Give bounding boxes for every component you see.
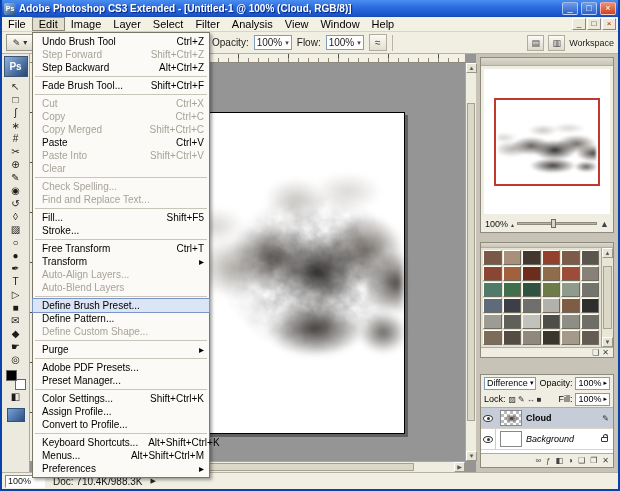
preset-swatch-9[interactable]	[542, 266, 561, 281]
slice-tool[interactable]: ✂	[4, 145, 28, 158]
edit-menu-item-define-brush-preset[interactable]: Define Brush Preset...	[33, 299, 209, 312]
preset-swatch-16[interactable]	[561, 282, 580, 297]
lasso-tool[interactable]: ʃ	[4, 106, 28, 119]
edit-menu-item-undo-brush-tool[interactable]: Undo Brush ToolCtrl+Z	[33, 35, 209, 48]
preset-swatch-11[interactable]	[581, 266, 600, 281]
scroll-down-icon[interactable]: ▼	[466, 451, 477, 461]
edit-menu-item-convert-to-profile[interactable]: Convert to Profile...	[33, 418, 209, 431]
preset-swatch-6[interactable]	[483, 266, 502, 281]
brush-tool[interactable]: ✎	[4, 171, 28, 184]
navigator-zoom-value[interactable]: 100%	[485, 219, 508, 229]
menu-filter[interactable]: Filter	[189, 17, 225, 31]
navigator-panel-header[interactable]	[481, 58, 613, 66]
preset-swatch-22[interactable]	[561, 298, 580, 313]
edit-menu-item-fade-brush-tool[interactable]: Fade Brush Tool...Shift+Ctrl+F	[33, 79, 209, 92]
presets-scrollbar[interactable]: ▲ ▼	[601, 248, 613, 347]
preset-swatch-34[interactable]	[561, 330, 580, 345]
preset-swatch-7[interactable]	[503, 266, 522, 281]
layer-mask-icon[interactable]: ◧	[556, 456, 564, 465]
opacity-input[interactable]: 100%▾	[254, 35, 292, 50]
zoom-in-icon[interactable]	[600, 219, 609, 229]
preset-swatch-30[interactable]	[483, 330, 502, 345]
preset-swatch-4[interactable]	[561, 250, 580, 265]
marquee-tool[interactable]: □	[4, 93, 28, 106]
edit-menu-item-purge[interactable]: Purge▸	[33, 343, 209, 356]
dodge-tool[interactable]: ●	[4, 249, 28, 262]
layers-fill-input[interactable]: 100%▸	[575, 393, 610, 406]
clone-stamp-tool[interactable]: ◉	[4, 184, 28, 197]
titlebar[interactable]: Ps Adobe Photoshop CS3 Extended - [Untit…	[2, 0, 618, 17]
move-tool[interactable]: ↖	[4, 80, 28, 93]
preset-swatch-5[interactable]	[581, 250, 600, 265]
edit-menu-item-paste[interactable]: PasteCtrl+V	[33, 136, 209, 149]
eye-icon[interactable]	[483, 436, 493, 443]
delete-preset-icon[interactable]: ✕	[602, 348, 609, 357]
visibility-cell[interactable]	[481, 429, 496, 449]
preset-swatch-2[interactable]	[522, 250, 541, 265]
preset-swatch-24[interactable]	[483, 314, 502, 329]
quick-selection-tool[interactable]: ∗	[4, 119, 28, 132]
airbrush-toggle[interactable]: ≈	[369, 34, 387, 51]
maximize-button[interactable]: □	[581, 2, 597, 15]
preset-swatch-10[interactable]	[561, 266, 580, 281]
preset-swatch-17[interactable]	[581, 282, 600, 297]
pen-tool[interactable]: ✒	[4, 262, 28, 275]
preset-swatch-25[interactable]	[503, 314, 522, 329]
preset-swatch-35[interactable]	[581, 330, 600, 345]
edit-menu-item-preset-manager[interactable]: Preset Manager...	[33, 374, 209, 387]
eraser-tool[interactable]: ◊	[4, 210, 28, 223]
preset-swatch-15[interactable]	[542, 282, 561, 297]
new-preset-icon[interactable]: ❑	[592, 348, 599, 357]
preset-swatch-20[interactable]	[522, 298, 541, 313]
flow-input[interactable]: 100%▾	[326, 35, 364, 50]
preset-swatch-8[interactable]	[522, 266, 541, 281]
healing-brush-tool[interactable]: ⊕	[4, 158, 28, 171]
preset-swatch-29[interactable]	[581, 314, 600, 329]
edit-menu-item-free-transform[interactable]: Free TransformCtrl+T	[33, 242, 209, 255]
color-widget[interactable]	[6, 370, 26, 390]
preset-swatch-19[interactable]	[503, 298, 522, 313]
layers-opacity-input[interactable]: 100%▸	[575, 377, 610, 390]
preset-swatch-0[interactable]	[483, 250, 502, 265]
lock-transparency-icon[interactable]: ▨	[509, 395, 517, 404]
foreground-color-swatch[interactable]	[6, 370, 17, 381]
preset-swatch-28[interactable]	[561, 314, 580, 329]
path-selection-tool[interactable]: ▷	[4, 288, 28, 301]
scroll-down-icon[interactable]: ▼	[602, 337, 613, 347]
type-tool[interactable]: T	[4, 275, 28, 288]
lock-position-icon[interactable]: ↔	[527, 395, 535, 404]
edit-menu-item-menus[interactable]: Menus...Alt+Shift+Ctrl+M	[33, 449, 209, 462]
edit-menu-item-keyboard-shortcuts[interactable]: Keyboard Shortcuts...Alt+Shift+Ctrl+K	[33, 436, 209, 449]
layer-group-icon[interactable]: ❏	[578, 456, 585, 465]
crop-tool[interactable]: #	[4, 132, 28, 145]
preset-swatch-3[interactable]	[542, 250, 561, 265]
zoom-tool[interactable]: ◎	[4, 353, 28, 366]
navigator-proxy-view[interactable]	[494, 98, 600, 186]
palette-dock-icon[interactable]: ▤	[527, 35, 544, 51]
scroll-up-icon[interactable]: ▲	[602, 248, 613, 258]
preset-swatch-26[interactable]	[522, 314, 541, 329]
doc-close-button[interactable]: ×	[602, 18, 616, 30]
preset-swatch-12[interactable]	[483, 282, 502, 297]
menu-help[interactable]: Help	[366, 17, 401, 31]
menu-select[interactable]: Select	[147, 17, 190, 31]
scroll-right-icon[interactable]: ▶	[454, 462, 465, 472]
document-canvas[interactable]	[202, 112, 405, 434]
delete-layer-icon[interactable]: ✕	[602, 456, 609, 465]
zoom-slider-thumb[interactable]	[551, 219, 556, 228]
edit-menu-item-preferences[interactable]: Preferences▸	[33, 462, 209, 475]
layer-thumbnail[interactable]	[500, 410, 522, 426]
layer-row-cloud[interactable]: Cloud✎	[481, 408, 613, 429]
hand-tool[interactable]: ☛	[4, 340, 28, 353]
menu-analysis[interactable]: Analysis	[226, 17, 279, 31]
gradient-tool[interactable]: ▨	[4, 223, 28, 236]
edit-menu-item-define-pattern[interactable]: Define Pattern...	[33, 312, 209, 325]
layer-style-icon[interactable]: ƒ	[546, 456, 550, 465]
doc-restore-button[interactable]: □	[587, 18, 601, 30]
lock-all-icon[interactable]: ■	[537, 395, 542, 404]
menu-edit[interactable]: Edit	[32, 17, 65, 31]
layer-row-background[interactable]: Background	[481, 429, 613, 450]
menu-layer[interactable]: Layer	[107, 17, 147, 31]
close-button[interactable]: ×	[600, 2, 616, 15]
preset-swatch-32[interactable]	[522, 330, 541, 345]
